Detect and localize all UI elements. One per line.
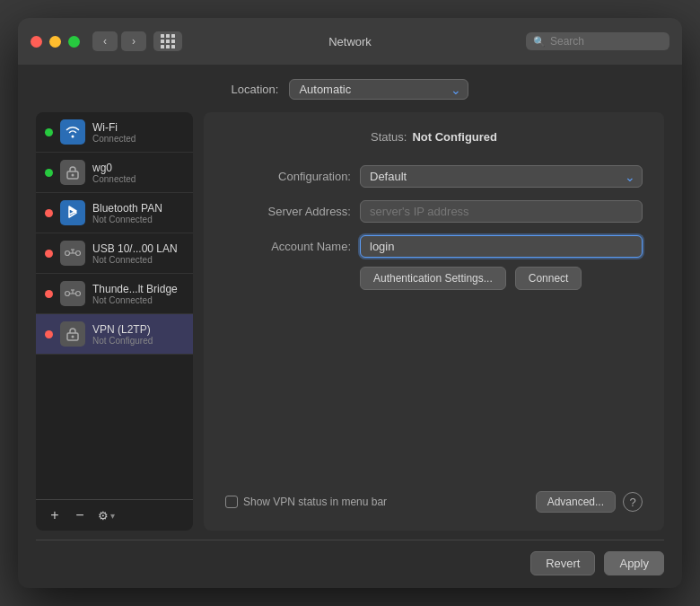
sidebar-item-usb-lan[interactable]: USB 10/...00 LAN Not Connected — [36, 233, 193, 274]
advanced-button[interactable]: Advanced... — [536, 491, 616, 513]
svg-point-1 — [72, 174, 74, 177]
sidebar-item-status-bt: Not Connected — [92, 215, 162, 224]
sidebar-item-status-wg0: Connected — [92, 174, 136, 184]
status-value: Not Configured — [412, 130, 497, 144]
grid-button[interactable] — [153, 31, 182, 51]
sidebar-item-status-vpn: Not Configured — [92, 336, 153, 346]
search-icon: 🔍 — [533, 36, 546, 48]
sidebar-item-text-usb: USB 10/...00 LAN Not Connected — [92, 242, 178, 265]
svg-point-3 — [76, 251, 81, 256]
gear-menu-button[interactable]: ⚙ ▾ — [93, 507, 119, 524]
server-address-input[interactable] — [360, 200, 643, 223]
sidebar-item-text-thunder: Thunde...lt Bridge Not Connected — [92, 283, 178, 305]
revert-button[interactable]: Revert — [530, 551, 595, 575]
bluetooth-icon — [60, 200, 85, 225]
sidebar-item-status-usb: Not Connected — [92, 255, 178, 265]
sidebar-item-text-wg0: wg0 Connected — [92, 162, 136, 184]
gear-icon: ⚙ — [98, 509, 109, 523]
sidebar-item-name-bt: Bluetooth PAN — [92, 202, 162, 215]
gear-chevron: ▾ — [110, 511, 115, 521]
configuration-label: Configuration: — [225, 170, 351, 183]
status-dot-usb — [45, 250, 53, 258]
window: ‹ › Network 🔍 Location: Automatic — [18, 18, 682, 588]
right-actions: Advanced... ? — [536, 491, 643, 513]
status-dot-wg0 — [45, 169, 53, 177]
sidebar: Wi-Fi Connected — [36, 112, 193, 531]
usb-icon — [60, 241, 85, 266]
traffic-lights — [31, 36, 80, 48]
sidebar-item-wg0[interactable]: wg0 Connected — [36, 153, 193, 193]
sidebar-item-thunderbolt[interactable]: Thunde...lt Bridge Not Connected — [36, 274, 193, 314]
wifi-icon — [60, 119, 85, 145]
account-name-label: Account Name: — [225, 240, 351, 253]
svg-point-2 — [66, 251, 70, 256]
help-button[interactable]: ? — [623, 492, 643, 512]
detail-panel: Status: Not Configured Configuration: De… — [204, 112, 664, 531]
sidebar-item-text-bt: Bluetooth PAN Not Connected — [92, 202, 162, 224]
configuration-select[interactable]: Default — [360, 165, 643, 188]
sidebar-item-name-usb: USB 10/...00 LAN — [92, 242, 178, 255]
location-select[interactable]: Automatic — [289, 79, 468, 100]
lock-icon — [60, 321, 85, 347]
search-input[interactable] — [550, 35, 662, 48]
grid-icon — [161, 34, 176, 49]
status-dot-wifi — [45, 128, 53, 136]
vpn-icon — [60, 160, 85, 185]
apply-button[interactable]: Apply — [604, 551, 664, 575]
back-button[interactable]: ‹ — [92, 31, 118, 51]
status-row: Status: Not Configured — [225, 130, 643, 144]
connect-button[interactable]: Connect — [515, 267, 582, 290]
close-button[interactable] — [31, 36, 42, 48]
window-title: Network — [328, 35, 372, 48]
svg-point-13 — [72, 336, 74, 338]
form-area: Configuration: Default Server Address: A… — [225, 165, 643, 258]
sidebar-item-name-wifi: Wi-Fi — [92, 121, 136, 134]
show-vpn-row: Show VPN status in menu bar — [225, 496, 387, 508]
server-address-row: Server Address: — [225, 200, 643, 223]
main-area: Wi-Fi Connected — [36, 112, 664, 531]
sidebar-item-name-thunder: Thunde...lt Bridge — [92, 283, 178, 295]
account-name-row: Account Name: — [225, 235, 643, 258]
search-box[interactable]: 🔍 — [526, 32, 669, 50]
thunderbolt-icon — [60, 281, 85, 306]
sidebar-item-bluetooth-pan[interactable]: Bluetooth PAN Not Connected — [36, 193, 193, 233]
svg-point-8 — [76, 292, 81, 296]
maximize-button[interactable] — [68, 36, 80, 48]
forward-button[interactable]: › — [121, 31, 146, 51]
sidebar-item-vpn-l2tp[interactable]: VPN (L2TP) Not Configured — [36, 314, 193, 355]
minimize-button[interactable] — [49, 36, 61, 48]
vpn-buttons: Authentication Settings... Connect — [225, 267, 643, 290]
account-name-input[interactable] — [360, 235, 643, 258]
nav-buttons: ‹ › — [92, 31, 182, 51]
sidebar-item-status-thunder: Not Connected — [92, 295, 178, 305]
sidebar-item-name-vpn: VPN (L2TP) — [92, 323, 153, 336]
sidebar-item-text-vpn: VPN (L2TP) Not Configured — [92, 323, 153, 346]
status-label: Status: — [371, 130, 407, 144]
location-select-wrapper: Automatic — [289, 79, 468, 100]
sidebar-footer: + − ⚙ ▾ — [36, 499, 193, 531]
configuration-row: Configuration: Default — [225, 165, 643, 188]
titlebar: ‹ › Network 🔍 — [18, 18, 682, 65]
status-dot-thunder — [45, 290, 53, 298]
location-bar: Location: Automatic — [36, 79, 664, 100]
sidebar-item-wifi[interactable]: Wi-Fi Connected — [36, 112, 193, 153]
server-address-label: Server Address: — [225, 205, 351, 218]
auth-settings-button[interactable]: Authentication Settings... — [360, 267, 506, 290]
show-vpn-checkbox[interactable] — [225, 496, 238, 508]
add-interface-button[interactable]: + — [43, 505, 66, 525]
configuration-select-wrapper: Default — [360, 165, 643, 188]
location-label: Location: — [232, 83, 279, 96]
sidebar-item-name-wg0: wg0 — [92, 162, 136, 174]
show-vpn-label: Show VPN status in menu bar — [243, 496, 387, 508]
content: Location: Automatic — [18, 65, 682, 588]
status-dot-vpn — [45, 330, 53, 338]
svg-point-7 — [66, 292, 70, 296]
status-dot-bt — [45, 209, 53, 217]
sidebar-list: Wi-Fi Connected — [36, 112, 193, 499]
bottom-actions: Revert Apply — [36, 540, 664, 575]
bottom-row: Show VPN status in menu bar Advanced... … — [225, 479, 643, 513]
remove-interface-button[interactable]: − — [68, 505, 92, 525]
sidebar-item-text-wifi: Wi-Fi Connected — [92, 121, 136, 144]
sidebar-item-status-wifi: Connected — [92, 134, 136, 144]
